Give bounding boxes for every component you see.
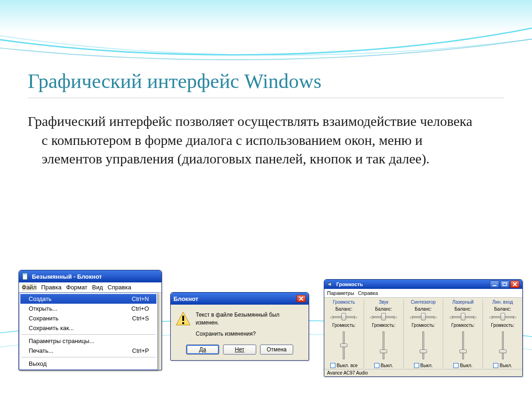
volume-slider[interactable] [339,329,348,362]
close-button[interactable] [297,295,306,302]
menu-item-label: Сохранить как... [29,325,74,331]
channel-separator [403,300,404,368]
menu-item-label: Открыть... [29,305,57,312]
menu-item[interactable]: Сохранить как... [20,323,156,333]
mixer-menu-help[interactable]: Справка [358,290,378,296]
slide-body-text: Графический интерфейс позволяет осуществ… [28,112,481,169]
channel-name: Громкость [333,300,355,305]
balance-slider[interactable]: ◁▷ [409,313,437,321]
mute-label: Выкл. [421,363,433,368]
volume-slider[interactable] [419,329,428,362]
slide: Графический интерфейс Windows Графически… [0,0,532,400]
menu-item-label: Сохранить [29,315,59,322]
menu-item[interactable]: Параметры страницы... [20,336,156,346]
minimize-button[interactable] [490,281,499,288]
volume-slider[interactable] [498,329,507,362]
menu-item[interactable]: Открыть...Ctrl+O [20,304,156,313]
menu-item[interactable]: Выход [20,359,156,369]
menu-format[interactable]: Формат [66,284,87,291]
menu-item-label: Выход [29,360,47,367]
no-button[interactable]: Нет [223,344,256,355]
mute-label: Выкл. все [337,363,358,368]
balance-label: Баланс: [375,306,392,312]
menu-view[interactable]: Вид [92,284,103,291]
mute-checkbox[interactable]: Выкл. [374,363,393,368]
menu-separator [21,357,155,357]
channel-name: Звук [379,300,389,305]
cancel-button[interactable]: Отмена [260,344,293,355]
svg-rect-1 [23,273,27,275]
messagebox-title: Блокнот [173,295,198,302]
mixer-channel: ЛазерныйБаланс:◁▷Громкость:Выкл. [446,300,480,368]
mixer-channel: Лин. входБаланс:◁▷Громкость:Выкл. [486,300,520,368]
mute-label: Выкл. [460,363,472,368]
checkbox-icon [453,363,458,368]
balance-label: Баланс: [454,306,471,312]
volume-slider[interactable] [458,329,468,362]
mixer-channel: ЗвукБаланс:◁▷Громкость:Выкл. [367,300,401,368]
channel-separator [443,300,443,368]
balance-label: Баланс: [415,306,432,312]
warning-icon [175,311,191,327]
mute-checkbox[interactable]: Выкл. [414,363,433,368]
balance-slider[interactable]: ◁▷ [449,313,477,321]
mixer-channel: СинтезаторБаланс:◁▷Громкость:Выкл. [407,300,440,368]
balance-label: Баланс: [335,306,353,312]
messagebox-body: Текст в файле Безымянный был изменен. Со… [171,305,309,342]
menu-item[interactable]: СохранитьCtrl+S [20,313,156,323]
mute-checkbox[interactable]: Выкл. все [330,363,358,368]
mixer-body: ГромкостьБаланс:◁▷Громкость:Выкл. всеЗву… [324,298,522,369]
menu-item-shortcut: Ctrl+S [132,315,149,322]
notepad-window: Безымянный - Блокнот Файл Правка Формат … [19,270,162,370]
close-button[interactable] [510,281,520,288]
checkbox-icon [330,363,335,368]
volume-label: Громкость: [412,323,435,328]
notepad-icon [22,273,29,280]
mute-label: Выкл. [500,363,512,368]
notepad-menubar: Файл Правка Формат Вид Справка [19,282,161,293]
channel-separator [364,300,364,368]
channel-name: Синтезатор [411,300,436,305]
volume-label: Громкость: [332,323,355,328]
mixer-titlebar[interactable]: Громкость [324,280,522,289]
notepad-title: Безымянный - Блокнот [32,273,102,280]
mixer-menubar: Параметры Справка [324,289,522,298]
mixer-channel: ГромкостьБаланс:◁▷Громкость:Выкл. все [327,300,361,368]
menu-item-label: Создать [29,295,51,302]
menu-file[interactable]: Файл [22,284,37,291]
maximize-button[interactable] [500,281,509,288]
svg-rect-7 [503,283,507,286]
channel-separator [483,300,483,368]
menu-edit[interactable]: Правка [41,284,62,291]
menu-item[interactable]: СоздатьCtrl+N [20,294,156,304]
yes-button[interactable]: Да [186,344,219,355]
channel-name: Лазерный [452,300,474,305]
mute-checkbox[interactable]: Выкл. [453,363,472,368]
mixer-menu-options[interactable]: Параметры [327,290,354,296]
volume-slider[interactable] [379,329,388,362]
svg-rect-6 [493,285,496,286]
volume-label: Громкость: [372,323,395,328]
messagebox-titlebar[interactable]: Блокнот [171,293,309,305]
examples-row: Безымянный - Блокнот Файл Правка Формат … [19,270,523,377]
mixer-title: Громкость [336,281,363,287]
volume-label: Громкость: [491,323,514,328]
mute-label: Выкл. [381,363,393,368]
title-divider [28,98,504,98]
balance-slider[interactable]: ◁▷ [489,313,517,321]
svg-rect-3 [182,316,184,321]
menu-item-label: Параметры страницы... [29,338,94,344]
balance-slider[interactable]: ◁▷ [330,313,358,321]
notepad-titlebar[interactable]: Безымянный - Блокнот [19,270,161,282]
messagebox: Блокнот Текст в файле Безы [170,292,309,361]
slide-title: Графический интерфейс Windows [28,69,504,93]
volume-mixer: Громкость Параметры Справка ГромкостьБал… [324,279,523,377]
balance-slider[interactable]: ◁▷ [370,313,397,321]
mute-checkbox[interactable]: Выкл. [493,363,512,368]
menu-item[interactable]: Печать...Ctrl+P [20,346,156,356]
channel-name: Лин. вход [492,300,513,305]
balance-label: Баланс: [494,306,511,312]
checkbox-icon [493,363,498,368]
menu-separator [21,334,155,335]
menu-help[interactable]: Справка [108,284,131,291]
